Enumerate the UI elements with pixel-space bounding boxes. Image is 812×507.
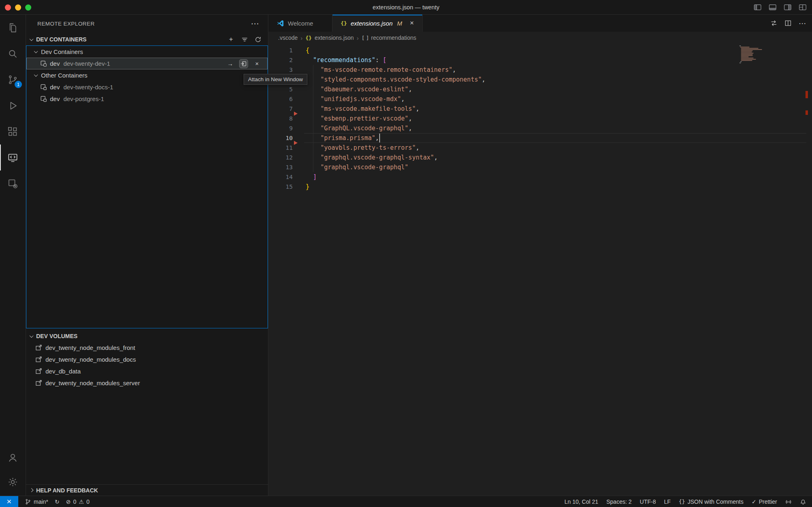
dev-containers-header-label: DEV CONTAINERS <box>36 36 86 43</box>
open-changes-icon[interactable] <box>770 19 777 27</box>
customize-layout-icon[interactable] <box>798 3 807 12</box>
code-line: 7 "ms-vscode.makefile-tools", <box>268 104 812 114</box>
code-line: 10 "prisma.prisma", <box>268 133 812 143</box>
extensions-activity-item[interactable] <box>0 119 26 145</box>
more-actions-icon[interactable]: ⋯ <box>799 19 806 28</box>
accounts-activity-item[interactable] <box>0 445 26 470</box>
volume-row[interactable]: dev_twenty_node_modules_front <box>26 342 268 354</box>
volume-name: dev_twenty_node_modules_server <box>45 380 140 386</box>
overview-ruler-mark <box>806 110 808 115</box>
line-number: 5 <box>268 84 293 94</box>
container-row[interactable]: devdev-twenty-dev-1→× <box>26 58 268 69</box>
git-branch-icon <box>25 498 31 505</box>
dev-containers-activity-item[interactable] <box>0 170 26 196</box>
window-title: extensions.json — twenty <box>0 0 812 15</box>
tab-extensions-json[interactable]: {} extensions.json M × <box>333 15 423 32</box>
chevron-right-icon <box>30 488 34 492</box>
encoding-item[interactable]: UTF-8 <box>640 496 656 507</box>
breadcrumb-symbol[interactable]: recommendations <box>371 35 416 41</box>
container-group-row[interactable]: Dev Containers <box>26 46 268 58</box>
git-branch-item[interactable]: main* <box>25 496 48 507</box>
git-modified-badge: M <box>397 20 402 27</box>
json-file-icon: {} <box>305 35 312 41</box>
search-activity-item[interactable] <box>0 41 26 67</box>
vscode-window: extensions.json — twenty 1 REMOTE EXPLOR… <box>0 0 812 507</box>
status-bar: main* ↻ ⊘ 0 ⚠ 0 Ln 10, Col 21 Spaces: 2 … <box>0 496 812 507</box>
add-dev-container-icon[interactable]: + <box>227 36 235 43</box>
remove-container-icon[interactable]: × <box>253 60 261 68</box>
formatter-item[interactable]: ✓ Prettier <box>752 496 777 507</box>
dev-volumes-header-label: DEV VOLUMES <box>36 333 78 339</box>
container-icon <box>40 60 47 67</box>
code-line: 6 "unifiedjs.vscode-mdx", <box>268 94 812 104</box>
indentation-item[interactable]: Spaces: 2 <box>607 496 632 507</box>
list-filter-icon[interactable] <box>241 36 248 43</box>
explorer-activity-item[interactable] <box>0 15 26 41</box>
eol-item[interactable]: LF <box>664 496 670 507</box>
container-group-row[interactable]: Other Containers <box>26 69 268 81</box>
git-branch-label: main* <box>34 498 48 505</box>
line-number: 1 <box>268 45 293 55</box>
code-line: 3 "ms-vscode-remote.remote-containers", <box>268 65 812 75</box>
code-line: 14 ] <box>268 172 812 182</box>
attach-new-window-icon[interactable] <box>240 60 248 68</box>
chevron-down-icon <box>30 334 34 338</box>
breadcrumb-folder[interactable]: .vscode <box>278 35 298 41</box>
source-control-activity-item[interactable]: 1 <box>0 67 26 93</box>
split-editor-icon[interactable] <box>784 19 792 27</box>
sync-changes-item[interactable]: ↻ <box>55 496 60 507</box>
volume-icon <box>35 368 42 375</box>
sidebar-more-actions-icon[interactable]: ⋯ <box>251 15 259 32</box>
dev-containers-view: Dev Containersdevdev-twenty-dev-1→×Other… <box>26 45 268 328</box>
notifications-item[interactable] <box>800 496 806 507</box>
refresh-icon[interactable] <box>254 36 261 43</box>
container-group-label: Other Containers <box>41 72 87 79</box>
toggle-secondary-sidebar-icon[interactable] <box>783 3 792 12</box>
git-deleted-lines-marker[interactable] <box>294 112 298 116</box>
git-deleted-lines-marker[interactable] <box>294 141 298 145</box>
toggle-panel-icon[interactable] <box>768 3 777 12</box>
breadcrumb-separator-icon: › <box>356 35 358 41</box>
toggle-primary-sidebar-icon[interactable] <box>753 3 762 12</box>
tab-label: Welcome <box>288 20 313 27</box>
close-tab-icon[interactable]: × <box>410 19 414 27</box>
warnings-count: 0 <box>86 498 90 505</box>
check-icon: ✓ <box>752 498 756 505</box>
cursor-position-item[interactable]: Ln 10, Col 21 <box>564 496 598 507</box>
code-line: 4 "styled-components.vscode-styled-compo… <box>268 75 812 84</box>
container-row-actions: →× <box>226 60 268 68</box>
text-cursor <box>379 134 380 142</box>
volume-row[interactable]: dev_twenty_node_modules_server <box>26 377 268 389</box>
dev-containers-section-header[interactable]: DEV CONTAINERS + <box>26 33 268 45</box>
container-row[interactable]: devdev-postgres-1 <box>26 93 268 105</box>
breadcrumb-file[interactable]: extensions.json <box>315 35 354 41</box>
attach-container-icon[interactable]: → <box>226 60 234 68</box>
code-editor[interactable]: 1{2 "recommendations": [3 "ms-vscode-rem… <box>268 44 812 496</box>
container-name: dev <box>50 95 60 102</box>
broadcast-item[interactable] <box>785 496 792 507</box>
breadcrumb-separator-icon: › <box>300 35 302 41</box>
activity-bar-top: 1 <box>0 15 26 196</box>
help-feedback-header-label: HELP AND FEEDBACK <box>36 487 98 494</box>
sync-icon: ↻ <box>55 498 60 505</box>
language-mode-item[interactable]: {} JSON with Comments <box>679 496 743 507</box>
volume-name: dev_db_data <box>45 368 81 375</box>
container-row[interactable]: devdev-twenty-docs-1 <box>26 81 268 93</box>
remote-indicator[interactable] <box>0 496 18 507</box>
minimap[interactable] <box>739 45 770 64</box>
settings-activity-item[interactable] <box>0 470 26 494</box>
chevron-down-icon <box>34 73 38 77</box>
volume-row[interactable]: dev_db_data <box>26 365 268 377</box>
tab-welcome[interactable]: Welcome <box>268 15 333 32</box>
dev-volumes-section-header[interactable]: DEV VOLUMES <box>26 330 268 342</box>
help-feedback-section-header[interactable]: HELP AND FEEDBACK <box>26 484 268 496</box>
problems-item[interactable]: ⊘ 0 ⚠ 0 <box>66 496 90 507</box>
volume-row[interactable]: dev_twenty_node_modules_docs <box>26 354 268 365</box>
code-line: 13 "graphql.vscode-graphql" <box>268 162 812 172</box>
container-name: dev <box>50 60 60 67</box>
remote-explorer-activity-item[interactable] <box>0 145 26 170</box>
run-debug-activity-item[interactable] <box>0 93 26 119</box>
activity-bar: 1 <box>0 15 26 496</box>
code-line: 2 "recommendations": [ <box>268 55 812 65</box>
line-number: 9 <box>268 123 293 133</box>
